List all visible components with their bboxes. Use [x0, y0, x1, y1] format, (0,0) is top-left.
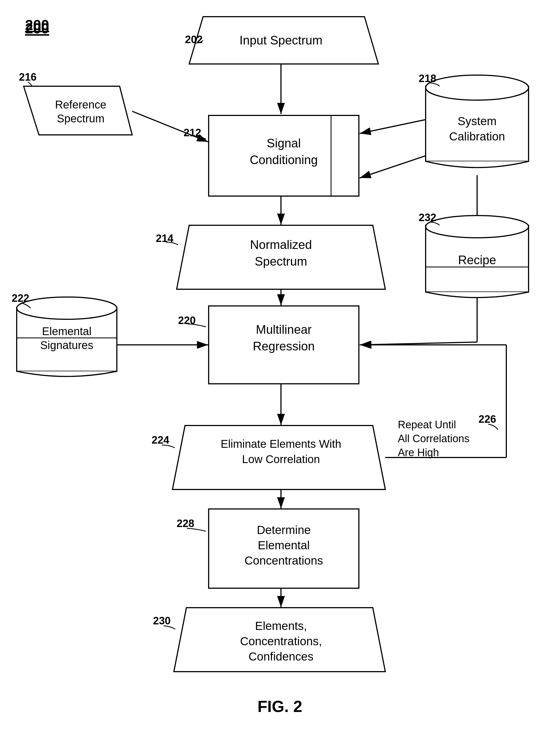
svg-text:Normalized: Normalized — [250, 238, 312, 252]
svg-text:Elemental: Elemental — [42, 325, 92, 338]
svg-text:Repeat Until: Repeat Until — [398, 419, 456, 430]
svg-text:Signatures: Signatures — [40, 339, 93, 351]
svg-text:Spectrum: Spectrum — [255, 255, 307, 268]
svg-text:Concentrations,: Concentrations, — [240, 635, 322, 648]
svg-text:System: System — [458, 115, 497, 128]
fig-label: FIG. 2 — [257, 697, 302, 715]
signal-conditioning-label: Signal — [267, 136, 301, 150]
svg-point-14 — [426, 75, 529, 100]
svg-text:Determine: Determine — [257, 523, 311, 536]
svg-text:Elements,: Elements, — [255, 619, 307, 632]
svg-text:224: 224 — [152, 434, 169, 446]
svg-text:Concentrations: Concentrations — [245, 554, 323, 567]
svg-point-32 — [17, 297, 117, 319]
svg-text:202: 202 — [185, 34, 203, 45]
svg-text:230: 230 — [153, 615, 171, 627]
svg-line-12 — [132, 111, 208, 142]
svg-text:Calibration: Calibration — [449, 130, 505, 143]
diagram-id: 200 — [25, 20, 49, 36]
svg-text:Low Correlation: Low Correlation — [242, 453, 320, 465]
svg-text:226: 226 — [478, 413, 496, 425]
input-spectrum-label: Input Spectrum — [240, 33, 322, 47]
svg-text:Elemental: Elemental — [258, 539, 310, 552]
svg-text:All Correlations: All Correlations — [398, 433, 470, 444]
svg-text:Multilinear: Multilinear — [256, 323, 312, 336]
diagram-container: 200 202 Input Spectrum 212 Signal Condit… — [0, 0, 560, 737]
svg-text:222: 222 — [12, 292, 29, 304]
svg-text:Spectrum: Spectrum — [57, 112, 104, 125]
svg-text:Eliminate Elements With: Eliminate Elements With — [221, 438, 341, 450]
svg-text:Are High: Are High — [398, 447, 439, 458]
svg-text:228: 228 — [177, 517, 194, 529]
svg-text:216: 216 — [19, 71, 36, 83]
svg-text:Recipe: Recipe — [458, 253, 496, 267]
svg-text:218: 218 — [419, 73, 436, 84]
svg-text:Confidences: Confidences — [248, 650, 313, 663]
svg-text:Conditioning: Conditioning — [250, 153, 318, 167]
svg-line-18 — [360, 120, 426, 134]
svg-line-19 — [360, 156, 426, 178]
svg-text:Reference: Reference — [55, 98, 107, 111]
svg-text:Regression: Regression — [253, 339, 315, 353]
svg-text:232: 232 — [419, 212, 436, 223]
svg-point-27 — [426, 216, 529, 238]
